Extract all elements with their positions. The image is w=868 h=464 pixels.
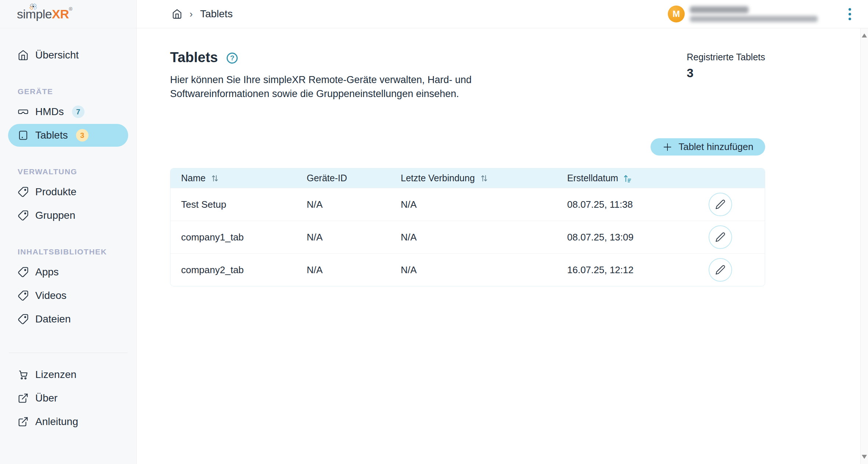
user-identity bbox=[690, 6, 818, 22]
sidebar-item-label: Apps bbox=[35, 266, 59, 278]
cell-device-id: N/A bbox=[307, 232, 401, 243]
sidebar-item-gruppen[interactable]: Gruppen bbox=[8, 204, 128, 227]
tag-icon bbox=[18, 186, 29, 197]
logo-trademark: ® bbox=[69, 6, 72, 12]
main-content: Tablets ? Hier können Sie Ihre simpleXR … bbox=[137, 28, 860, 464]
breadcrumb-separator: › bbox=[190, 8, 193, 20]
cell-actions bbox=[688, 193, 765, 216]
column-header-letzte-verbindung[interactable]: Letzte Verbindung bbox=[401, 173, 567, 183]
sidebar-item-hmds[interactable]: HMDs 7 bbox=[8, 100, 128, 123]
scroll-down-arrow-icon[interactable] bbox=[862, 455, 867, 459]
sort-ascending-active-icon bbox=[623, 174, 632, 183]
user-name-blurred bbox=[690, 6, 749, 13]
breadcrumb-home-icon[interactable] bbox=[172, 9, 182, 19]
stat-label: Registrierte Tablets bbox=[687, 52, 765, 63]
cell-actions bbox=[688, 258, 765, 282]
sidebar-item-tablets[interactable]: Tablets 3 bbox=[8, 124, 128, 147]
scroll-up-arrow-icon[interactable] bbox=[862, 33, 867, 38]
sidebar-item-label: Anleitung bbox=[35, 416, 78, 428]
sidebar-section-verwaltung: VERWALTUNG bbox=[0, 167, 136, 176]
sidebar: simpleXR® Übersicht GERÄTE HMDs 7 Tablet… bbox=[0, 0, 137, 464]
tag-icon bbox=[18, 290, 29, 301]
cell-device-id: N/A bbox=[307, 264, 401, 276]
stat-value: 3 bbox=[687, 66, 765, 80]
vr-headset-icon bbox=[18, 106, 29, 117]
sidebar-item-uebersicht[interactable]: Übersicht bbox=[8, 44, 128, 67]
actions-row: Tablet hinzufügen bbox=[170, 138, 765, 156]
pencil-icon bbox=[715, 199, 725, 210]
add-tablet-button-label: Tablet hinzufügen bbox=[678, 141, 753, 153]
home-icon bbox=[18, 50, 29, 61]
shopping-cart-icon bbox=[18, 369, 29, 380]
cell-name: Test Setup bbox=[170, 199, 307, 210]
column-header-erstelldatum[interactable]: Erstelldatum bbox=[567, 173, 688, 183]
pencil-icon bbox=[715, 265, 725, 275]
edit-button[interactable] bbox=[709, 225, 732, 249]
cell-created: 16.07.25, 12:12 bbox=[567, 264, 688, 276]
help-icon[interactable]: ? bbox=[227, 53, 238, 64]
sidebar-item-label: Videos bbox=[35, 290, 66, 301]
cell-device-id: N/A bbox=[307, 199, 401, 210]
kebab-menu-icon[interactable] bbox=[846, 6, 853, 22]
column-header-name[interactable]: Name bbox=[170, 173, 307, 183]
sidebar-item-videos[interactable]: Videos bbox=[8, 284, 128, 307]
sidebar-item-label: Gruppen bbox=[35, 210, 75, 221]
avatar[interactable]: M bbox=[668, 6, 685, 22]
logo-flower-icon bbox=[29, 3, 38, 11]
breadcrumb-current: Tablets bbox=[200, 8, 233, 20]
pencil-icon bbox=[715, 232, 725, 242]
external-link-icon bbox=[18, 416, 29, 427]
sidebar-item-dateien[interactable]: Dateien bbox=[8, 308, 128, 331]
sidebar-item-label: Über bbox=[35, 392, 58, 404]
vertical-scrollbar[interactable] bbox=[860, 28, 868, 464]
cell-name: company2_tab bbox=[170, 264, 307, 276]
sort-both-icon bbox=[210, 174, 220, 183]
sidebar-item-produkte[interactable]: Produkte bbox=[8, 181, 128, 203]
table-row[interactable]: Test Setup N/A N/A 08.07.25, 11:38 bbox=[170, 188, 765, 221]
tablets-count-badge: 3 bbox=[76, 129, 89, 142]
cell-created: 08.07.25, 13:09 bbox=[567, 232, 688, 243]
page-title: Tablets bbox=[170, 50, 218, 65]
column-label: Geräte-ID bbox=[307, 173, 347, 183]
registered-tablets-stat: Registrierte Tablets 3 bbox=[687, 52, 765, 80]
tag-icon bbox=[18, 267, 29, 278]
hmds-count-badge: 7 bbox=[72, 106, 84, 118]
tag-icon bbox=[18, 314, 29, 325]
edit-button[interactable] bbox=[709, 258, 732, 282]
sidebar-item-lizenzen[interactable]: Lizenzen bbox=[8, 363, 128, 386]
sidebar-item-anleitung[interactable]: Anleitung bbox=[8, 410, 128, 433]
sidebar-item-label: HMDs bbox=[35, 106, 64, 118]
sidebar-item-label: Lizenzen bbox=[35, 369, 76, 381]
external-link-icon bbox=[18, 393, 29, 404]
tablet-icon bbox=[18, 130, 29, 141]
sidebar-item-label: Übersicht bbox=[35, 49, 79, 61]
sidebar-item-label: Produkte bbox=[35, 186, 76, 198]
add-tablet-button[interactable]: Tablet hinzufügen bbox=[651, 138, 765, 156]
breadcrumb: › Tablets bbox=[172, 8, 233, 20]
page-header: Tablets ? Hier können Sie Ihre simpleXR … bbox=[170, 50, 765, 101]
cell-created: 08.07.25, 11:38 bbox=[567, 199, 688, 210]
user-email-blurred bbox=[690, 16, 818, 22]
sort-both-icon bbox=[479, 174, 489, 183]
table-row[interactable]: company2_tab N/A N/A 16.07.25, 12:12 bbox=[170, 253, 765, 286]
sidebar-item-apps[interactable]: Apps bbox=[8, 261, 128, 283]
column-label: Erstelldatum bbox=[567, 173, 618, 183]
edit-button[interactable] bbox=[709, 193, 732, 216]
sidebar-divider bbox=[9, 353, 127, 353]
cell-name: company1_tab bbox=[170, 232, 307, 243]
user-cluster: M bbox=[668, 6, 853, 22]
sidebar-header: simpleXR® bbox=[0, 0, 136, 28]
cell-last-connection: N/A bbox=[401, 264, 567, 276]
tag-icon bbox=[18, 210, 29, 221]
sidebar-nav: Übersicht GERÄTE HMDs 7 Tablets 3 VERWAL… bbox=[0, 28, 136, 433]
brand-logo[interactable]: simpleXR® bbox=[17, 7, 72, 21]
cell-actions bbox=[688, 225, 765, 249]
sidebar-item-label: Tablets bbox=[35, 129, 68, 141]
title-block: Tablets ? Hier können Sie Ihre simpleXR … bbox=[170, 50, 472, 101]
logo-text-xr: XR bbox=[52, 7, 69, 21]
column-header-geraete-id[interactable]: Geräte-ID bbox=[307, 173, 401, 183]
table-row[interactable]: company1_tab N/A N/A 08.07.25, 13:09 bbox=[170, 221, 765, 253]
cell-last-connection: N/A bbox=[401, 199, 567, 210]
topbar: › Tablets M bbox=[137, 0, 868, 28]
sidebar-item-ueber[interactable]: Über bbox=[8, 387, 128, 410]
